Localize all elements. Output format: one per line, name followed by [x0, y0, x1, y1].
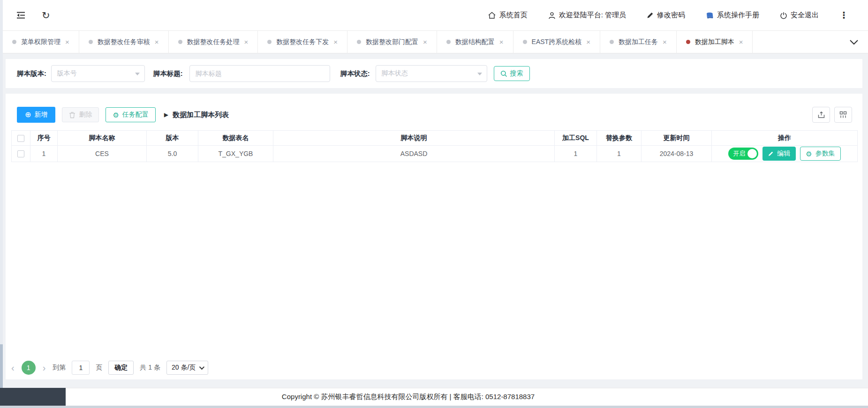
- nav-welcome[interactable]: 欢迎登陆平台: 管理员: [548, 11, 626, 20]
- caret-down-icon: [477, 73, 482, 75]
- enable-toggle[interactable]: 开启: [728, 148, 758, 160]
- tab-dot-icon: [178, 40, 182, 44]
- tabs-expand-button[interactable]: [840, 31, 868, 53]
- col-header: 序号: [30, 131, 58, 146]
- status-select[interactable]: 脚本状态: [376, 65, 487, 82]
- home-icon: [488, 11, 496, 19]
- search-icon: [500, 70, 507, 77]
- nav-home[interactable]: 系统首页: [488, 11, 528, 20]
- tab-label: 菜单权限管理: [21, 38, 60, 46]
- tab-dot-icon: [523, 40, 527, 44]
- nav-manual-label: 系统操作手册: [717, 11, 759, 20]
- goto-prefix-label: 到第: [53, 363, 66, 372]
- nav-manual[interactable]: 系统操作手册: [706, 11, 759, 20]
- book-icon: [706, 12, 714, 19]
- menu-fold-icon[interactable]: [16, 11, 26, 19]
- cell-seq: 1: [30, 146, 58, 162]
- nav-welcome-label: 欢迎登陆平台: 管理员: [559, 11, 626, 20]
- close-icon[interactable]: ×: [739, 38, 743, 45]
- topnav: 系统首页 欢迎登陆平台: 管理员 修改密码: [488, 10, 848, 21]
- bottom-strip: [0, 406, 868, 408]
- play-arrow-icon: ▶: [164, 111, 168, 118]
- tab-label: 数据整改任务下发: [276, 38, 329, 46]
- tab-dot-icon: [357, 40, 361, 44]
- power-icon: [780, 12, 787, 19]
- task-config-label: 任务配置: [122, 111, 149, 119]
- close-icon[interactable]: ×: [663, 38, 667, 45]
- delete-button[interactable]: 删除: [62, 107, 99, 122]
- left-scrollbar-track[interactable]: [0, 0, 3, 388]
- col-header: 加工SQL: [555, 131, 597, 146]
- more-dots-icon[interactable]: ⋮: [839, 10, 848, 21]
- tab-dot-icon: [89, 40, 93, 44]
- prev-page-icon[interactable]: ‹: [10, 363, 15, 372]
- next-page-icon[interactable]: ›: [42, 363, 47, 372]
- tab-item[interactable]: 数据加工任务 ×: [600, 31, 677, 53]
- close-icon[interactable]: ×: [586, 38, 590, 45]
- edit-button[interactable]: 编辑: [762, 147, 796, 161]
- title-filter-label: 脚本标题:: [153, 69, 183, 78]
- tab-dot-icon: [12, 40, 16, 44]
- title-input[interactable]: [189, 65, 330, 82]
- table-header-row: 序号 脚本名称 版本 数据表名 脚本说明 加工SQL 替换参数 更新时间 操作: [12, 131, 858, 146]
- close-icon[interactable]: ×: [155, 38, 159, 45]
- cell-replace-params: 1: [597, 146, 642, 162]
- add-button-label: 新增: [34, 111, 47, 119]
- task-config-button[interactable]: ⚙ 任务配置: [106, 107, 155, 122]
- data-table: 序号 脚本名称 版本 数据表名 脚本说明 加工SQL 替换参数 更新时间 操作 …: [11, 130, 858, 162]
- col-header: 脚本说明: [273, 131, 555, 146]
- confirm-page-button[interactable]: 确定: [108, 361, 134, 375]
- tab-item[interactable]: 数据整改任务处理 ×: [169, 31, 258, 53]
- tab-item[interactable]: EAST跨系统检核 ×: [513, 31, 600, 53]
- nav-logout[interactable]: 安全退出: [780, 11, 819, 20]
- close-icon[interactable]: ×: [65, 38, 69, 45]
- version-select[interactable]: 版本号: [51, 65, 145, 82]
- sidebar-footer-block: [0, 388, 66, 406]
- tab-item[interactable]: 数据整改任务下发 ×: [258, 31, 347, 53]
- total-count-label: 共 1 条: [140, 363, 160, 372]
- page-1-button[interactable]: 1: [22, 361, 36, 375]
- table-tools: [812, 107, 852, 123]
- close-icon[interactable]: ×: [244, 38, 249, 45]
- close-icon[interactable]: ×: [499, 38, 504, 45]
- tab-label: 数据加工脚本: [695, 38, 734, 46]
- cell-table-name: T_GX_YGB: [198, 146, 273, 162]
- tab-item[interactable]: 数据结构配置 ×: [437, 31, 513, 53]
- close-icon[interactable]: ×: [423, 38, 427, 45]
- tab-label: EAST跨系统检核: [532, 38, 582, 46]
- col-header: 数据表名: [198, 131, 273, 146]
- tab-label: 数据结构配置: [455, 38, 495, 46]
- export-button[interactable]: [812, 107, 830, 123]
- list-title: ▶ 数据加工脚本列表: [164, 111, 229, 119]
- page-number-input[interactable]: [72, 361, 90, 375]
- table-row: 1 CES 5.0 T_GX_YGB ASDASD 1 1 2024-08-13…: [12, 146, 858, 162]
- close-icon[interactable]: ×: [333, 38, 338, 45]
- nav-change-password-label: 修改密码: [657, 11, 685, 20]
- toggle-label: 开启: [733, 149, 745, 158]
- add-button[interactable]: ⊕ 新增: [17, 107, 55, 123]
- tab-item[interactable]: 数据整改部门配置 ×: [347, 31, 437, 53]
- tab-item-active[interactable]: 数据加工脚本 ×: [677, 31, 753, 53]
- col-header: 替换参数: [597, 131, 642, 146]
- status-filter-label: 脚本状态:: [340, 69, 370, 78]
- tab-item[interactable]: 菜单权限管理 ×: [3, 31, 79, 53]
- page-size-select[interactable]: 20 条/页: [166, 361, 208, 375]
- filter-panel: 脚本版本: 版本号 脚本标题: 脚本状态: 脚本状态 搜索: [6, 59, 862, 88]
- left-scrollbar-thumb[interactable]: [0, 344, 3, 388]
- param-set-button[interactable]: ⚙ 参数集: [800, 147, 840, 161]
- refresh-icon[interactable]: ↻: [42, 10, 50, 20]
- nav-change-password[interactable]: 修改密码: [647, 11, 685, 20]
- row-checkbox[interactable]: [17, 150, 24, 157]
- column-settings-button[interactable]: [834, 107, 852, 123]
- page-size-label: 20 条/页: [172, 363, 196, 372]
- select-all-checkbox[interactable]: [17, 135, 24, 142]
- tab-dot-icon: [610, 40, 614, 44]
- trash-icon: [69, 111, 75, 119]
- tab-dot-icon: [446, 40, 451, 44]
- tab-item[interactable]: 数据整改任务审核 ×: [79, 31, 169, 53]
- cell-process-sql: 1: [555, 146, 597, 162]
- tab-dot-icon: [267, 40, 272, 44]
- delete-button-label: 删除: [79, 111, 92, 119]
- col-header: 版本: [147, 131, 198, 146]
- search-button[interactable]: 搜索: [494, 66, 530, 81]
